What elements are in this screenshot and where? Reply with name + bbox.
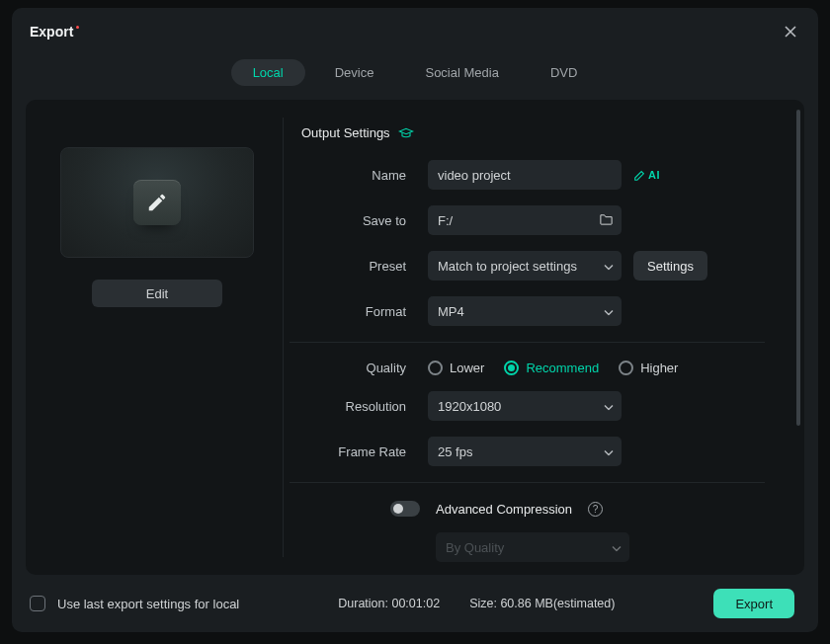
compression-mode-select: By Quality bbox=[436, 532, 629, 562]
tab-local[interactable]: Local bbox=[231, 59, 305, 86]
settings-pane: Output Settings Name AI Save to F:/ bbox=[284, 100, 804, 575]
label-save-to: Save to bbox=[290, 213, 428, 228]
name-input[interactable] bbox=[428, 160, 622, 190]
size-info: Size: 60.86 MB(estimated) bbox=[469, 597, 615, 610]
chevron-down-icon bbox=[604, 399, 614, 414]
tab-social-media[interactable]: Social Media bbox=[403, 59, 520, 86]
frame-rate-select[interactable]: 25 fps bbox=[428, 437, 622, 466]
row-resolution: Resolution 1920x1080 bbox=[290, 391, 765, 421]
horizontal-divider bbox=[290, 342, 765, 343]
pencil-icon bbox=[633, 168, 647, 182]
section-title: Output Settings bbox=[301, 125, 390, 140]
frame-rate-value: 25 fps bbox=[438, 444, 472, 459]
tab-device[interactable]: Device bbox=[313, 59, 396, 86]
preset-settings-button[interactable]: Settings bbox=[633, 251, 707, 281]
label-quality: Quality bbox=[290, 361, 428, 375]
footer-left: Use last export settings for local bbox=[30, 596, 239, 611]
video-preview[interactable] bbox=[60, 147, 254, 258]
radio-dot bbox=[428, 361, 443, 375]
graduation-icon[interactable] bbox=[398, 126, 414, 140]
radio-label: Higher bbox=[640, 361, 678, 375]
duration-value: 00:01:02 bbox=[391, 597, 440, 610]
section-header: Output Settings bbox=[301, 125, 765, 140]
footer-info: Duration: 00:01:02 Size: 60.86 MB(estima… bbox=[338, 597, 615, 610]
radio-dot bbox=[504, 361, 519, 375]
label-resolution: Resolution bbox=[290, 399, 428, 414]
ai-rename-button[interactable]: AI bbox=[633, 168, 660, 182]
label-preset: Preset bbox=[290, 259, 428, 274]
advanced-compression-label: Advanced Compression bbox=[436, 502, 572, 517]
horizontal-divider bbox=[290, 482, 765, 483]
edit-preview-icon bbox=[133, 180, 181, 225]
label-format: Format bbox=[290, 304, 428, 319]
resolution-select[interactable]: 1920x1080 bbox=[428, 391, 622, 421]
quality-radio-higher[interactable]: Higher bbox=[619, 361, 678, 375]
chevron-down-icon bbox=[604, 304, 614, 319]
edit-button[interactable]: Edit bbox=[92, 280, 222, 307]
row-preset: Preset Match to project settings Setting… bbox=[290, 251, 765, 281]
preset-select[interactable]: Match to project settings bbox=[428, 251, 622, 281]
advanced-compression-toggle[interactable] bbox=[390, 501, 420, 517]
duration-label: Duration: bbox=[338, 597, 388, 610]
scrollbar[interactable] bbox=[796, 110, 800, 565]
content-area: Edit Output Settings Name AI bbox=[26, 100, 804, 575]
save-to-field[interactable]: F:/ bbox=[428, 205, 622, 235]
row-compression-mode: By Quality bbox=[436, 532, 765, 562]
quality-radio-lower[interactable]: Lower bbox=[428, 361, 484, 375]
tab-dvd[interactable]: DVD bbox=[529, 59, 599, 86]
format-value: MP4 bbox=[438, 304, 464, 319]
export-tabs: Local Device Social Media DVD bbox=[12, 51, 818, 100]
row-quality: Quality Lower Recommend Higher bbox=[290, 361, 765, 375]
label-name: Name bbox=[290, 168, 428, 183]
ai-label: AI bbox=[648, 169, 660, 181]
preview-pane: Edit bbox=[26, 100, 283, 575]
save-to-value: F:/ bbox=[438, 213, 453, 228]
quality-radio-recommend[interactable]: Recommend bbox=[504, 361, 599, 375]
radio-label: Recommend bbox=[526, 361, 599, 375]
row-format: Format MP4 bbox=[290, 296, 765, 326]
help-icon[interactable]: ? bbox=[588, 502, 603, 517]
row-advanced-compression: Advanced Compression ? bbox=[390, 501, 765, 517]
close-icon bbox=[784, 25, 797, 39]
quality-radio-group: Lower Recommend Higher bbox=[428, 361, 678, 375]
use-last-settings-checkbox[interactable] bbox=[30, 596, 45, 611]
titlebar: Export bbox=[12, 8, 818, 51]
compression-mode-value: By Quality bbox=[446, 540, 504, 555]
scrollbar-thumb[interactable] bbox=[796, 110, 800, 426]
export-button[interactable]: Export bbox=[713, 589, 794, 618]
close-button[interactable] bbox=[781, 22, 800, 41]
preset-value: Match to project settings bbox=[438, 259, 577, 274]
radio-label: Lower bbox=[450, 361, 484, 375]
chevron-down-icon bbox=[604, 259, 614, 274]
chevron-down-icon bbox=[612, 540, 622, 555]
duration-info: Duration: 00:01:02 bbox=[338, 597, 440, 610]
use-last-settings-label: Use last export settings for local bbox=[57, 597, 239, 611]
dialog-title: Export bbox=[30, 24, 73, 40]
row-frame-rate: Frame Rate 25 fps bbox=[290, 437, 765, 466]
resolution-value: 1920x1080 bbox=[438, 399, 501, 414]
row-save-to: Save to F:/ bbox=[290, 205, 765, 235]
size-label: Size: bbox=[469, 597, 497, 610]
radio-dot bbox=[619, 361, 633, 375]
chevron-down-icon bbox=[604, 444, 614, 459]
size-value: 60.86 MB(estimated) bbox=[500, 597, 615, 610]
export-dialog: Export Local Device Social Media DVD Edi… bbox=[12, 8, 818, 632]
label-frame-rate: Frame Rate bbox=[290, 444, 428, 459]
folder-icon bbox=[599, 212, 614, 228]
row-name: Name AI bbox=[290, 160, 765, 190]
footer: Use last export settings for local Durat… bbox=[12, 575, 818, 632]
format-select[interactable]: MP4 bbox=[428, 296, 622, 326]
